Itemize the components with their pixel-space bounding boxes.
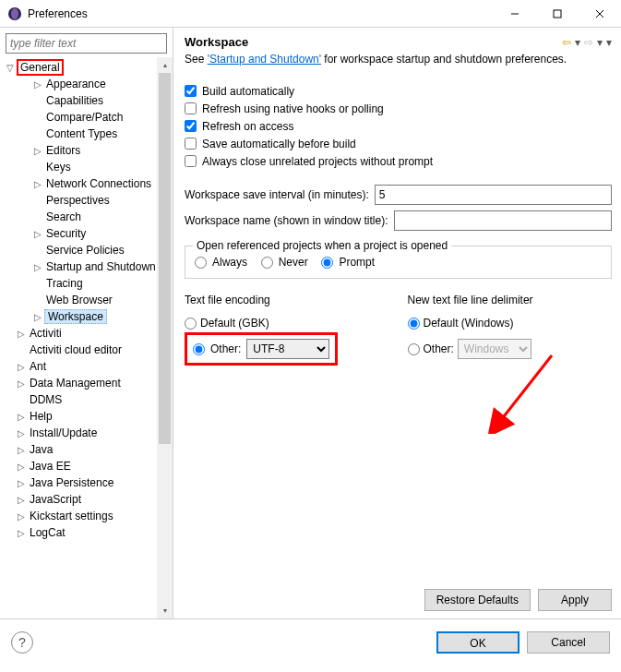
tree-item-workspace[interactable]: ▷Workspace [4,308,173,325]
minimize-button[interactable] [494,0,536,28]
open-ref-prompt-radio[interactable] [321,257,333,269]
tree-item-search[interactable]: Search [4,209,173,225]
expand-icon[interactable]: ▷ [15,378,28,389]
encoding-other-radio[interactable] [193,343,205,355]
left-pane: ▽ General ▷Appearance Capabilities Compa… [0,28,173,618]
save-interval-label: Workspace save interval (in minutes): [185,188,369,201]
open-ref-always-radio[interactable] [195,257,207,269]
tree-item-editors[interactable]: ▷Editors [4,142,173,159]
back-icon[interactable]: ⇦ [562,36,571,49]
help-icon[interactable]: ? [11,631,33,654]
tree-item-appearance[interactable]: ▷Appearance [4,76,173,92]
tree-item-network[interactable]: ▷Network Connections [4,175,173,192]
tree-item-perspectives[interactable]: Perspectives [4,192,173,209]
expand-icon[interactable]: ▷ [15,495,28,505]
tree-item-ddms[interactable]: DDMS [4,391,173,408]
refresh-native-checkbox[interactable] [185,102,197,114]
tree-item-activiticloud[interactable]: Activiti cloud editor [4,342,173,358]
tree-item-compare[interactable]: Compare/Patch [4,109,173,126]
tree-item-keys[interactable]: Keys [4,159,173,175]
page-nav: ⇦ ▾ ⇨ ▾ ▾ [562,36,612,49]
close-button[interactable] [579,0,621,28]
tree-item-help[interactable]: ▷Help [4,408,173,425]
tree-item-webbrowser[interactable]: Web Browser [4,292,173,308]
expand-icon[interactable]: ▷ [15,412,28,422]
window-title: Preferences [28,7,494,20]
expand-icon[interactable]: ▷ [15,428,28,438]
tree-item-java[interactable]: ▷Java [4,441,173,458]
tree-item-logcat[interactable]: ▷LogCat [4,524,173,541]
expand-icon[interactable]: ▷ [15,362,28,372]
expand-icon[interactable]: ▷ [15,329,28,339]
build-auto-checkbox[interactable] [185,85,197,97]
expand-icon[interactable]: ▷ [31,312,44,322]
tree-item-servicepolicies[interactable]: Service Policies [4,242,173,258]
ok-button[interactable]: OK [436,631,519,654]
open-ref-never-radio[interactable] [261,257,273,269]
scroll-thumb[interactable] [159,73,171,444]
expand-icon[interactable]: ▷ [15,478,28,488]
tree-item-kickstart[interactable]: ▷Kickstart settings [4,508,173,524]
tree-item-capabilities[interactable]: Capabilities [4,92,173,109]
expand-icon[interactable]: ▷ [31,229,44,239]
svg-rect-3 [554,10,561,18]
delimiter-other-radio[interactable] [408,343,420,355]
tree-item-javapersistence[interactable]: ▷Java Persistence [4,474,173,491]
refresh-access-checkbox[interactable] [185,120,197,132]
scroll-up-icon[interactable]: ▴ [157,57,173,73]
expand-icon[interactable]: ▷ [15,445,28,455]
expand-icon[interactable]: ▷ [31,179,44,189]
svg-line-6 [501,355,552,420]
tree-item-javaee[interactable]: ▷Java EE [4,458,173,474]
open-ref-legend: Open referenced projects when a project … [193,239,451,252]
tree-label: General [17,59,64,76]
save-interval-input[interactable] [375,185,612,205]
tree-item-install[interactable]: ▷Install/Update [4,425,173,441]
tree-item-startup[interactable]: ▷Startup and Shutdown [4,258,173,275]
tree-item-tracing[interactable]: Tracing [4,275,173,292]
dialog-footer: ? OK Cancel [0,618,621,665]
restore-defaults-button[interactable]: Restore Defaults [424,589,531,611]
startup-shutdown-link[interactable]: 'Startup and Shutdown' [208,53,321,66]
svg-point-1 [11,8,18,19]
delimiter-default-radio[interactable] [408,318,420,330]
maximize-button[interactable] [536,0,579,28]
forward-menu-icon[interactable]: ▾ [597,36,603,49]
encoding-other-label: Other: [210,342,241,355]
apply-button[interactable]: Apply [538,589,612,611]
tree-item-general[interactable]: ▽ General [4,59,173,76]
refresh-access-label: Refresh on access [202,120,293,133]
back-menu-icon[interactable]: ▾ [575,36,580,49]
expand-icon[interactable]: ▷ [31,262,44,272]
expand-icon[interactable]: ▷ [15,528,28,538]
view-menu-icon[interactable]: ▾ [606,36,612,49]
filter-field[interactable] [6,33,167,54]
expand-icon[interactable]: ▷ [31,146,44,156]
expand-icon[interactable]: ▷ [31,79,44,90]
expand-icon[interactable]: ▷ [15,511,28,522]
tree-scrollbar[interactable]: ▴ ▾ [157,57,173,618]
encoding-default-radio[interactable] [185,318,197,330]
cancel-button[interactable]: Cancel [527,631,610,654]
workspace-name-input[interactable] [394,210,612,231]
tree-item-activiti[interactable]: ▷Activiti [4,325,173,342]
delimiter-default-label: Default (Windows) [424,317,514,330]
close-unrelated-checkbox[interactable] [185,155,197,167]
collapse-icon[interactable]: ▽ [4,63,17,73]
tree-item-javascript[interactable]: ▷JavaScript [4,491,173,508]
forward-icon[interactable]: ⇨ [584,36,593,49]
preferences-tree[interactable]: ▽ General ▷Appearance Capabilities Compa… [0,57,173,618]
tree-item-datamgmt[interactable]: ▷Data Management [4,375,173,391]
tree-item-ant[interactable]: ▷Ant [4,358,173,375]
scroll-down-icon[interactable]: ▾ [157,603,173,618]
delimiter-other-label: Other: [424,342,454,355]
save-before-build-checkbox[interactable] [185,138,197,150]
encoding-select[interactable]: UTF-8 [246,339,329,359]
delimiter-select[interactable]: Windows [458,339,531,359]
tree-item-security[interactable]: ▷Security [4,225,173,242]
tree-item-contenttypes[interactable]: Content Types [4,126,173,142]
expand-icon[interactable]: ▷ [15,462,28,472]
see-also-line: See 'Startup and Shutdown' for workspace… [185,53,612,66]
filter-input[interactable] [6,33,167,54]
close-unrelated-label: Always close unrelated projects without … [202,155,433,168]
